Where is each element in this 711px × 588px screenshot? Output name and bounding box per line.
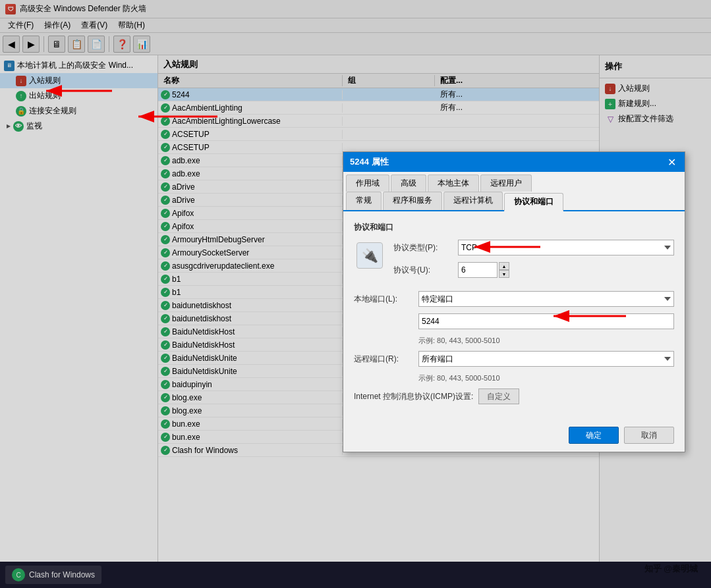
local-port-hint: 示例: 80, 443, 5000-5010 (418, 336, 674, 346)
protocol-number-up[interactable]: ▲ (499, 262, 509, 270)
dialog-tabs: 作用域 高级 本地主体 远程用户 (343, 172, 685, 193)
protocol-number-input[interactable] (458, 262, 498, 278)
protocol-number-down[interactable]: ▼ (499, 270, 509, 278)
remote-port-type-select[interactable]: 所有端口 特定端口 动态RPC (418, 351, 674, 367)
remote-port-label: 远程端口(R): (354, 354, 413, 365)
tab-scope[interactable]: 作用域 (346, 174, 389, 192)
dialog-close-button[interactable]: ✕ (665, 155, 678, 169)
dialog-title: 5244 属性 (350, 156, 389, 168)
tab-local-principal[interactable]: 本地主体 (428, 174, 479, 192)
tab-remote-computer[interactable]: 远程计算机 (443, 192, 503, 210)
network-protocol-icon: 🔌 (356, 242, 383, 269)
dialog-tabs-row2: 常规 程序和服务 远程计算机 协议和端口 (343, 192, 685, 211)
protocol-type-row: 协议类型(P): TCP UDP 任意 (393, 240, 674, 255)
remote-port-row: 远程端口(R): 所有端口 特定端口 动态RPC (354, 351, 674, 367)
properties-dialog: 5244 属性 ✕ 作用域 高级 本地主体 远程用户 常规 程序和服务 远程计算… (343, 151, 685, 452)
local-port-label: 本地端口(L): (354, 294, 413, 305)
ok-button[interactable]: 确定 (569, 427, 619, 444)
local-port-value-row (354, 313, 674, 329)
protocol-type-select[interactable]: TCP UDP 任意 (458, 240, 674, 255)
protocol-number-row: 协议号(U): ▲ ▼ (393, 262, 674, 278)
protocol-number-label: 协议号(U): (393, 265, 453, 276)
protocol-number-spinner: ▲ ▼ (458, 262, 509, 278)
dialog-title-bar: 5244 属性 ✕ (343, 152, 685, 172)
protocol-type-label: 协议类型(P): (393, 242, 453, 254)
tab-advanced[interactable]: 高级 (391, 174, 426, 192)
local-port-row: 本地端口(L): 特定端口 所有端口 动态RPC (354, 291, 674, 307)
cancel-button[interactable]: 取消 (624, 427, 674, 444)
icmp-label: Internet 控制消息协议(ICMP)设置: (354, 388, 473, 402)
tab-protocol-port[interactable]: 协议和端口 (504, 193, 563, 211)
local-port-type-select[interactable]: 特定端口 所有端口 动态RPC (418, 291, 674, 307)
local-port-input[interactable] (418, 313, 674, 329)
dialog-body: 协议和端口 🔌 协议类型(P): TCP UDP 任意 (343, 211, 685, 421)
custom-def-button[interactable]: 自定义 (478, 388, 519, 404)
modal-overlay: 5244 属性 ✕ 作用域 高级 本地主体 远程用户 常规 程序和服务 远程计算… (0, 0, 711, 588)
tab-remote-users[interactable]: 远程用户 (480, 174, 532, 192)
section-title: 协议和端口 (354, 222, 674, 233)
remote-port-hint: 示例: 80, 443, 5000-5010 (418, 373, 674, 383)
tab-programs-services[interactable]: 程序和服务 (383, 192, 442, 210)
icmp-row: Internet 控制消息协议(ICMP)设置: 自定义 (354, 388, 674, 404)
tab-general[interactable]: 常规 (346, 192, 382, 210)
dialog-footer: 确定 取消 (343, 421, 685, 452)
